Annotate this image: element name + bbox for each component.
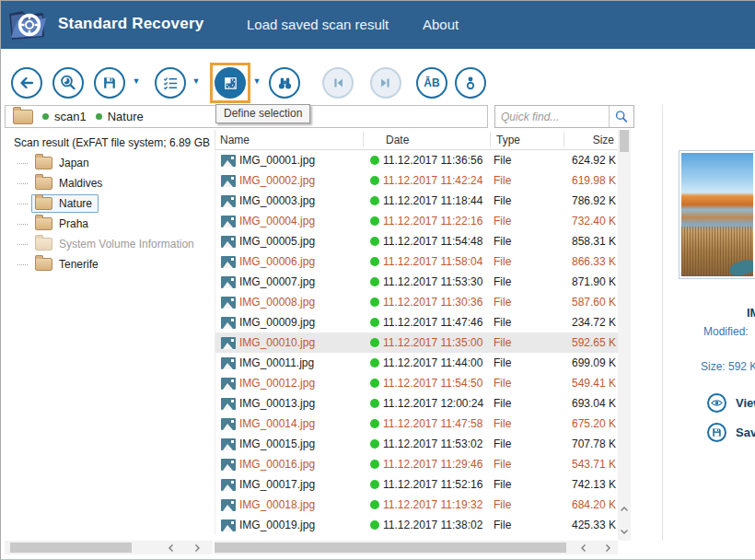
- save-button[interactable]: [94, 67, 125, 99]
- file-size: 693.04 K: [565, 397, 618, 410]
- image-file-icon: [221, 378, 236, 390]
- tooltip-define-selection: Define selection: [215, 104, 310, 123]
- scroll-right-button[interactable]: [189, 541, 205, 554]
- list-vertical-scrollbar[interactable]: [618, 130, 631, 541]
- file-row[interactable]: IMG_00008.jpg11.12.2017 11:30:36File587.…: [215, 292, 618, 312]
- file-size: 587.60 K: [565, 296, 618, 309]
- tree-branch-line: [17, 224, 28, 225]
- file-name: IMG_00005.jpg: [239, 235, 366, 248]
- tree-folder-tenerife[interactable]: Tenerife: [5, 254, 213, 274]
- status-dot-cell: [366, 298, 383, 307]
- file-type: File: [494, 215, 565, 228]
- tree-root-scan-result[interactable]: Scan result (ExFAT file system; 6.89 GB …: [5, 133, 213, 153]
- file-name: IMG_00002.jpg: [239, 174, 366, 187]
- file-row[interactable]: IMG_00016.jpg11.12.2017 11:29:46File543.…: [215, 454, 618, 474]
- column-header-size[interactable]: Size: [593, 134, 614, 146]
- file-size: 549.41 K: [565, 377, 618, 390]
- scroll-left-button[interactable]: [575, 541, 592, 554]
- file-row[interactable]: IMG_00009.jpg11.12.2017 11:47:46File234.…: [215, 312, 618, 332]
- file-row[interactable]: IMG_00005.jpg11.12.2017 11:54:48File858.…: [215, 231, 618, 251]
- quick-find-button[interactable]: [609, 106, 633, 127]
- tree-branch-line: [17, 204, 28, 204]
- file-row[interactable]: IMG_00012.jpg11.12.2017 11:54:50File549.…: [215, 373, 618, 393]
- quick-find-input[interactable]: [495, 106, 609, 127]
- image-file-icon: [221, 418, 236, 430]
- selection-list-button[interactable]: [155, 67, 186, 99]
- scrollbar-thumb[interactable]: [10, 542, 132, 553]
- column-header-date[interactable]: Date: [386, 134, 409, 146]
- file-row[interactable]: IMG_00014.jpg11.12.2017 11:47:58File675.…: [215, 414, 618, 434]
- next-item-button: [370, 67, 401, 99]
- scan-search-button[interactable]: [52, 67, 84, 99]
- tree-folder-nature[interactable]: Nature: [5, 193, 213, 214]
- menu-load-saved-scan[interactable]: Load saved scan result: [247, 17, 389, 32]
- tree-folder-system-volume-information[interactable]: System Volume Information: [5, 234, 213, 254]
- file-row[interactable]: IMG_00013.jpg11.12.2017 12:00:24File693.…: [215, 393, 618, 414]
- selection-list-dropdown-arrow[interactable]: ▼: [191, 76, 202, 86]
- file-row[interactable]: IMG_00004.jpg11.12.2017 11:22:16File732.…: [215, 211, 618, 231]
- scrollbar-thumb[interactable]: [215, 542, 566, 553]
- recoverable-dot-icon: [370, 196, 379, 205]
- recoverable-dot-icon: [370, 257, 379, 266]
- file-row[interactable]: IMG_00017.jpg11.12.2017 11:52:16File742.…: [215, 474, 618, 495]
- file-row[interactable]: IMG_00018.jpg11.12.2017 11:19:32File684.…: [215, 495, 618, 515]
- define-selection-dropdown-arrow[interactable]: ▼: [251, 76, 262, 86]
- breadcrumb-item-scan1[interactable]: scan1: [42, 110, 87, 123]
- file-date: 11.12.2017 11:18:44: [383, 194, 494, 207]
- file-size: 858.31 K: [565, 235, 618, 248]
- scroll-up-button[interactable]: [618, 502, 631, 517]
- preview-filename: IMG_00010.jpg: [747, 306, 755, 320]
- tree-folder-japan[interactable]: Japan: [5, 153, 213, 173]
- rename-encoding-button[interactable]: ĀB: [416, 67, 447, 99]
- file-row[interactable]: IMG_00003.jpg11.12.2017 11:18:44File786.…: [215, 191, 618, 211]
- preview-view-label[interactable]: View: [736, 396, 755, 410]
- list-horizontal-scrollbar[interactable]: [215, 541, 618, 554]
- file-date: 11.12.2017 12:00:24: [383, 397, 494, 410]
- tree-folder-praha[interactable]: Praha: [5, 214, 213, 234]
- file-row[interactable]: IMG_00007.jpg11.12.2017 11:53:30File871.…: [215, 272, 618, 292]
- file-row[interactable]: IMG_00001.jpg11.12.2017 11:36:56File624.…: [215, 150, 618, 170]
- column-header-name[interactable]: Name: [220, 134, 250, 146]
- tree-folder-maldives[interactable]: Maldives: [5, 173, 213, 193]
- file-row[interactable]: IMG_00006.jpg11.12.2017 11:58:04File866.…: [215, 251, 618, 272]
- preview-thumbnail[interactable]: [679, 150, 755, 279]
- define-selection-button-active[interactable]: [210, 63, 250, 103]
- menu-about[interactable]: About: [423, 17, 459, 32]
- find-button[interactable]: [269, 67, 300, 99]
- file-date: 11.12.2017 11:30:36: [383, 296, 494, 309]
- scrollbar-thumb[interactable]: [620, 130, 629, 152]
- status-dot-cell: [366, 196, 383, 205]
- recoverable-dot-icon: [370, 419, 379, 428]
- column-separator[interactable]: [490, 132, 491, 147]
- tree-horizontal-scrollbar[interactable]: [5, 541, 213, 554]
- image-file-icon: [221, 438, 236, 450]
- preview-view-button[interactable]: [707, 393, 726, 413]
- scroll-down-button[interactable]: [618, 524, 631, 539]
- save-dropdown-arrow[interactable]: ▼: [131, 76, 142, 86]
- file-name: IMG_00006.jpg: [239, 255, 366, 268]
- file-type: File: [494, 316, 565, 329]
- back-button[interactable]: [11, 67, 42, 99]
- preview-save-label[interactable]: Save: [736, 426, 755, 439]
- preview-save-button[interactable]: [707, 423, 726, 442]
- recoverable-dot-icon: [370, 156, 379, 165]
- scroll-right-button[interactable]: [599, 541, 616, 554]
- file-row[interactable]: IMG_00011.jpg11.12.2017 11:44:00File699.…: [215, 353, 618, 373]
- file-row[interactable]: IMG_00015.jpg11.12.2017 11:53:02File707.…: [215, 434, 618, 454]
- breadcrumb-item-nature[interactable]: Nature: [96, 110, 144, 123]
- panel-divider: [662, 105, 663, 541]
- next-icon: [378, 75, 394, 91]
- column-separator[interactable]: [563, 132, 564, 147]
- file-row[interactable]: IMG_00002.jpg11.12.2017 11:42:24File619.…: [215, 170, 618, 191]
- app-title: Standard Recovery: [58, 15, 203, 33]
- status-dot-cell: [366, 257, 383, 266]
- file-row[interactable]: IMG_00010.jpg11.12.2017 11:35:00File592.…: [215, 332, 618, 353]
- file-type: File: [494, 377, 565, 390]
- folder-icon: [35, 238, 52, 251]
- user-profile-button[interactable]: [455, 67, 486, 99]
- file-name: IMG_00013.jpg: [239, 397, 366, 410]
- column-header-type[interactable]: Type: [496, 134, 520, 146]
- column-separator[interactable]: [363, 132, 364, 147]
- scroll-left-button[interactable]: [163, 541, 180, 554]
- file-row[interactable]: IMG_00019.jpg11.12.2017 11:38:02File425.…: [215, 515, 618, 535]
